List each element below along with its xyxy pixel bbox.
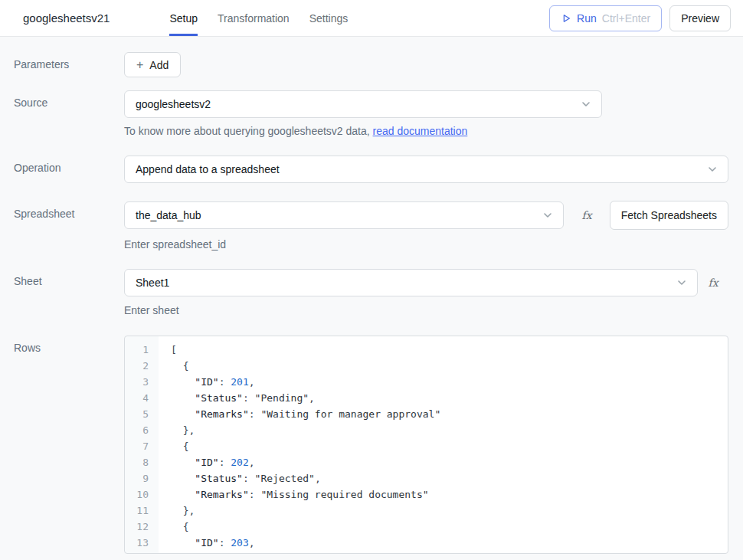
code-text: "Status": "Rejected", [159, 470, 321, 486]
tab-settings[interactable]: Settings [309, 0, 349, 36]
spreadsheet-value: the_data_hub [136, 209, 542, 221]
preview-button[interactable]: Preview [669, 5, 731, 31]
chevron-down-icon [706, 163, 718, 175]
sheet-helper: Enter sheet [124, 304, 728, 316]
tab-settings-label: Settings [309, 12, 349, 25]
rows-label: Rows [0, 336, 124, 354]
fetch-spreadsheets-button[interactable]: Fetch Spreadsheets [610, 201, 728, 230]
fx-icon: fx [581, 209, 591, 221]
query-tabs: Setup Transformation Settings [169, 0, 348, 36]
line-number: 5 [125, 406, 159, 422]
line-number: 2 [125, 358, 159, 374]
rows-code-editor[interactable]: 1[2 {3 "ID": 201,4 "Status": "Pending",5… [124, 336, 728, 554]
code-line: 6 }, [125, 422, 728, 438]
line-number: 6 [125, 422, 159, 438]
run-button[interactable]: Run Ctrl+Enter [549, 5, 662, 31]
code-text: "ID": 201, [159, 374, 255, 390]
line-number: 1 [125, 342, 159, 358]
plus-icon: + [136, 59, 143, 71]
code-line: 7 { [125, 438, 728, 454]
code-line: 8 "ID": 202, [125, 454, 728, 470]
tab-transformation[interactable]: Transformation [218, 0, 290, 36]
code-text: { [159, 358, 188, 374]
query-name[interactable]: googlesheetsv21 [23, 11, 110, 25]
tab-setup-label: Setup [169, 12, 198, 25]
line-number: 11 [125, 503, 159, 519]
line-number: 7 [125, 438, 159, 454]
source-label: Source [0, 90, 124, 109]
add-parameter-button[interactable]: + Add [124, 52, 181, 77]
spreadsheet-row: Spreadsheet the_data_hub fx Fetch Spread… [0, 201, 728, 251]
code-line: 4 "Status": "Pending", [125, 390, 728, 406]
code-line: 1[ [125, 342, 728, 358]
spreadsheet-helper: Enter spreadsheet_id [124, 238, 728, 251]
sheet-row: Sheet Sheet1 fx Enter sheet [0, 269, 728, 316]
spreadsheet-fx-toggle[interactable]: fx [564, 201, 609, 229]
code-text: "Remarks": "Waiting for manager approval… [159, 406, 440, 422]
sheet-dropdown[interactable]: Sheet1 [124, 269, 698, 296]
source-dropdown[interactable]: googlesheetsv2 [124, 90, 602, 118]
code-line: 5 "Remarks": "Waiting for manager approv… [125, 406, 728, 422]
spreadsheet-label: Spreadsheet [0, 201, 124, 220]
operation-label: Operation [0, 156, 124, 174]
operation-dropdown[interactable]: Append data to a spreadsheet [124, 156, 728, 183]
line-number: 3 [125, 374, 159, 390]
code-text: "Status": "Pending", [159, 390, 315, 406]
code-line: 3 "ID": 201, [125, 374, 728, 390]
parameters-label: Parameters [0, 52, 124, 70]
query-setup-panel: Parameters + Add Source googlesheetsv2 T… [0, 37, 743, 554]
tab-transformation-label: Transformation [218, 12, 290, 25]
sheet-fx-toggle[interactable]: fx [698, 269, 728, 296]
tab-setup[interactable]: Setup [169, 0, 198, 36]
chevron-down-icon [580, 98, 592, 110]
header-actions: Run Ctrl+Enter Preview [549, 5, 731, 31]
code-line: 11 }, [125, 503, 728, 519]
code-text: "ID": 202, [159, 454, 255, 470]
code-line: 9 "Status": "Rejected", [125, 470, 728, 486]
read-documentation-link[interactable]: read documentation [373, 125, 468, 137]
sheet-value: Sheet1 [136, 277, 676, 289]
chevron-down-icon [676, 277, 688, 289]
operation-value: Append data to a spreadsheet [136, 163, 706, 175]
code-line: 13 "ID": 203, [125, 535, 728, 551]
line-number: 12 [125, 519, 159, 535]
line-number: 10 [125, 486, 159, 503]
run-button-label: Run [577, 12, 597, 25]
code-text: }, [159, 422, 195, 438]
line-number: 9 [125, 470, 159, 486]
code-text: { [159, 438, 188, 454]
line-number: 8 [125, 454, 159, 470]
operation-row: Operation Append data to a spreadsheet [0, 156, 728, 183]
source-row: Source googlesheetsv2 To know more about… [0, 90, 728, 137]
code-text: { [159, 519, 188, 535]
chevron-down-icon [542, 209, 554, 221]
spreadsheet-dropdown[interactable]: the_data_hub [124, 201, 564, 229]
code-text: "Remarks": "Missing required documents" [159, 486, 429, 503]
line-number: 13 [125, 535, 159, 551]
line-number: 4 [125, 390, 159, 406]
sheet-label: Sheet [0, 269, 124, 287]
play-icon [561, 13, 571, 24]
source-value: googlesheetsv2 [136, 98, 580, 110]
add-parameter-label: Add [149, 59, 169, 71]
source-helper-text: To know more about querying googlesheets… [124, 125, 373, 137]
parameters-row: Parameters + Add [0, 52, 728, 77]
run-shortcut: Ctrl+Enter [602, 12, 650, 25]
code-text: "ID": 203, [159, 535, 255, 551]
query-header: googlesheetsv21 Setup Transformation Set… [0, 0, 743, 37]
code-lines: 1[2 {3 "ID": 201,4 "Status": "Pending",5… [125, 342, 728, 551]
rows-row: Rows 1[2 {3 "ID": 201,4 "Status": "Pendi… [0, 336, 728, 554]
source-helper: To know more about querying googlesheets… [124, 125, 728, 137]
code-line: 10 "Remarks": "Missing required document… [125, 486, 728, 503]
code-line: 12 { [125, 519, 728, 535]
code-text: }, [159, 503, 195, 519]
fx-icon: fx [708, 277, 718, 289]
code-text: [ [159, 342, 177, 358]
code-line: 2 { [125, 358, 728, 374]
